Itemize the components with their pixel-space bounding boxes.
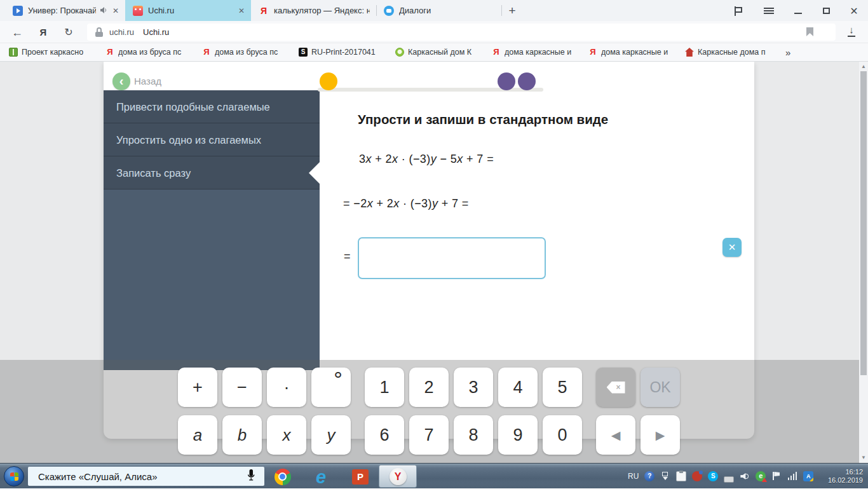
tab-uchi[interactable]: Uchi.ru ✕	[125, 0, 251, 21]
key-y[interactable]: y	[311, 415, 351, 455]
key-a[interactable]: a	[178, 415, 217, 455]
key-2[interactable]: 2	[409, 368, 449, 407]
screen: Универ: Прокачай о ✕ Uchi.ru ✕ Я калькул…	[0, 0, 868, 496]
key-dot[interactable]: ·	[267, 368, 306, 407]
taskbar-ie-button[interactable]: e	[304, 468, 338, 486]
address-bar[interactable]: uchi.ru Uchi.ru	[87, 24, 836, 41]
minimize-icon	[794, 13, 802, 14]
key-arrow-left[interactable]: ◀	[596, 415, 635, 455]
taskbar-chrome-button[interactable]	[266, 468, 300, 486]
bookmark-item[interactable]: Я дома из бруса пс	[202, 48, 299, 57]
start-button[interactable]	[4, 466, 24, 486]
key-5[interactable]: 5	[543, 368, 582, 407]
key-3[interactable]: 3	[454, 368, 493, 407]
language-indicator[interactable]: RU	[628, 472, 639, 481]
back-label[interactable]: Назад	[134, 76, 161, 86]
key-ok[interactable]: OK	[641, 368, 680, 407]
nav-bar: ← Я ↻ uchi.ru Uchi.ru ↓	[0, 21, 868, 43]
key-0[interactable]: 0	[543, 415, 582, 455]
bookmark-item[interactable]: Я дома из бруса пс	[105, 48, 202, 57]
tab-calculator[interactable]: Я калькулятор — Яндекс: на	[251, 0, 376, 21]
bookmarks-overflow-button[interactable]: »	[785, 47, 790, 58]
device-tray-icon[interactable]	[724, 476, 734, 483]
scroll-down-icon[interactable]: ▼	[859, 453, 868, 462]
alice-prompt: Скажите «Слушай, Алиса»	[38, 471, 247, 482]
key-1[interactable]: 1	[365, 368, 404, 407]
yandex-icon: Я	[259, 6, 269, 16]
key-6[interactable]: 6	[365, 415, 404, 455]
keyboard-row-2: a b x y 6 7 8 9 0 ◀ ▶	[0, 415, 868, 455]
book-icon	[9, 48, 18, 57]
new-tab-button[interactable]: +	[504, 3, 520, 19]
tab-title: Универ: Прокачай о	[28, 6, 96, 15]
math-expression-line2: = −2x + 2x · (−3)y + 7 =	[343, 197, 469, 210]
page-viewport: ‹ Назад Привести подобные слагаемые Упро…	[0, 62, 868, 463]
reload-button[interactable]: ↻	[61, 25, 76, 40]
tab-audio-icon[interactable]	[100, 5, 107, 17]
show-hidden-icons[interactable]	[660, 471, 670, 481]
url-page-title: Uchi.ru	[143, 27, 169, 37]
downloads-button[interactable]: ↓	[844, 24, 859, 39]
bookmark-item[interactable]: Проект каркасно	[9, 48, 105, 57]
bookmark-flag-icon[interactable]	[806, 27, 813, 36]
cleaner-tray-icon[interactable]	[692, 471, 702, 481]
tab-close-icon[interactable]: ✕	[238, 6, 245, 15]
progress-dot	[518, 72, 536, 90]
microphone-icon[interactable]	[247, 469, 255, 484]
tab-close-icon[interactable]: ✕	[112, 6, 119, 15]
restore-icon	[823, 8, 830, 14]
scroll-up-icon[interactable]: ▲	[859, 62, 868, 71]
key-b[interactable]: b	[222, 415, 262, 455]
action-center-flag-icon[interactable]	[771, 471, 782, 481]
back-button[interactable]: ←	[10, 25, 25, 40]
key-4[interactable]: 4	[498, 368, 538, 407]
math-expression-line1: 3x + 2x · (−3)y − 5x + 7 =	[359, 153, 494, 166]
key-backspace[interactable]: ×	[596, 368, 635, 407]
sidebar-item-privesti[interactable]: Привести подобные слагаемые	[104, 90, 320, 123]
flag-icon	[735, 6, 743, 16]
bookmark-item[interactable]: Я дома каркасные и	[492, 48, 588, 57]
scrollbar-thumb[interactable]	[860, 71, 867, 375]
url-host: uchi.ru	[109, 27, 134, 37]
bookmark-item[interactable]: S RU-Print-2017041	[299, 48, 395, 57]
key-arrow-right[interactable]: ▶	[641, 415, 680, 455]
alice-search-bar[interactable]: Скажите «Слушай, Алиса»	[28, 467, 264, 486]
key-x[interactable]: x	[267, 415, 306, 455]
backspace-icon: ×	[607, 382, 625, 394]
volume-tray-icon[interactable]	[740, 471, 750, 481]
close-window-button[interactable]: ✕	[846, 3, 862, 19]
key-9[interactable]: 9	[498, 415, 538, 455]
close-task-button[interactable]: ✕	[722, 238, 742, 257]
network-signal-icon[interactable]	[787, 471, 797, 481]
antivirus-tray-icon[interactable]: e	[756, 471, 766, 481]
page-scrollbar[interactable]: ▲ ▼	[859, 62, 868, 463]
clipboard-tray-icon[interactable]	[676, 471, 686, 481]
bookmark-item[interactable]: Я дома каркасные и	[588, 48, 685, 57]
tab-univer[interactable]: Универ: Прокачай о ✕	[5, 0, 125, 21]
restore-button[interactable]	[818, 3, 834, 19]
sidebar-item-uprostit[interactable]: Упростить одно из слагаемых	[104, 123, 320, 156]
tab-dialogs[interactable]: Диалоги	[376, 0, 501, 21]
tab-bar: Универ: Прокачай о ✕ Uchi.ru ✕ Я калькул…	[0, 0, 868, 21]
menu-button[interactable]	[761, 3, 777, 19]
help-tray-icon[interactable]: ?	[644, 471, 654, 481]
answer-input[interactable]	[358, 237, 546, 279]
taskbar-yandex-browser-button[interactable]: Y	[379, 465, 417, 488]
minimize-button[interactable]	[790, 3, 806, 19]
key-8[interactable]: 8	[454, 415, 493, 455]
yandex-icon: Я	[588, 48, 597, 57]
taskbar-powerpoint-button[interactable]: P	[343, 468, 377, 486]
bookmark-item[interactable]: Каркасный дом К	[395, 48, 492, 57]
yandex-button[interactable]: Я	[36, 25, 51, 40]
bookmark-item[interactable]: Каркасные дома п	[685, 48, 782, 57]
bookmarks-panel-button[interactable]	[730, 3, 747, 19]
key-degree[interactable]: °	[311, 368, 351, 407]
system-tray: RU ? S e A	[628, 464, 813, 489]
taskbar-clock[interactable]: 16:12 16.02.2019	[812, 468, 863, 485]
skype-tray-icon[interactable]: S	[708, 471, 718, 481]
key-plus[interactable]: +	[178, 368, 217, 407]
back-circle-icon[interactable]: ‹	[112, 72, 130, 90]
key-minus[interactable]: −	[222, 368, 262, 407]
key-7[interactable]: 7	[409, 415, 449, 455]
sidebar-item-zapisat[interactable]: Записать сразу	[104, 156, 320, 189]
